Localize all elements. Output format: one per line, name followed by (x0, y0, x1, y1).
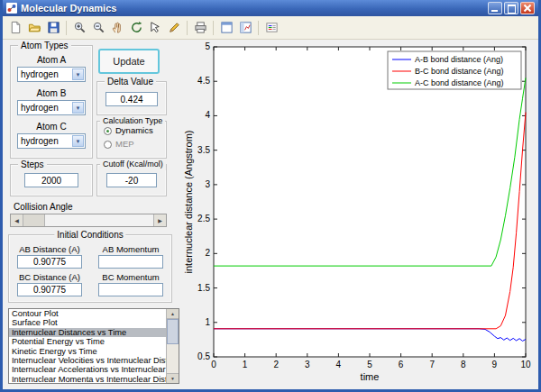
zoom-in-button[interactable] (70, 19, 88, 37)
plot-browser-button[interactable] (236, 19, 254, 37)
radio-dynamics-label: Dynamics (115, 126, 153, 135)
bc-distance-label: BC Distance (A) (9, 272, 90, 282)
ab-distance-input[interactable] (17, 255, 82, 269)
pan-hand-icon (111, 21, 124, 34)
y-tick-label: 2 (205, 248, 210, 258)
atom-b-select[interactable]: hydrogen ▼ (17, 100, 86, 115)
y-tick-label: 3.5 (197, 145, 210, 155)
atom-a-field: Atom A hydrogen ▼ (11, 55, 92, 82)
legend-label: A-C bond distance (Ang) (415, 78, 504, 87)
delta-value-input[interactable] (105, 92, 158, 106)
ab-momentum-field: AB Momentum (90, 244, 171, 269)
scroll-up-icon[interactable]: ▲ (167, 309, 179, 319)
new-document-icon (9, 21, 23, 34)
ab-momentum-label: AB Momentum (90, 244, 171, 254)
close-button[interactable] (520, 2, 535, 14)
slider-thumb[interactable] (23, 214, 45, 226)
list-item-kinetic-energy[interactable]: Kinetic Energy vs Time (9, 347, 166, 356)
maximize-button[interactable] (504, 2, 518, 14)
bc-distance-field: BC Distance (A) (9, 272, 90, 296)
chevron-down-icon[interactable]: ▼ (72, 135, 84, 147)
radio-dynamics[interactable]: Dynamics (104, 126, 166, 135)
scroll-down-icon[interactable]: ▼ (167, 373, 179, 383)
cutoff-input[interactable] (106, 173, 157, 187)
atom-a-select[interactable]: hydrogen ▼ (17, 67, 86, 82)
chevron-down-icon[interactable]: ▼ (72, 102, 84, 114)
print-icon (194, 21, 207, 34)
list-item-internuclear-distances[interactable]: Internuclear Distances vs Time (9, 328, 166, 337)
ab-momentum-input[interactable] (98, 255, 163, 269)
titlebar[interactable]: Molecular Dynamics (3, 0, 538, 16)
slider-left-arrow-icon[interactable]: ◀ (11, 214, 23, 226)
app-icon (6, 3, 17, 14)
x-tick-label: 8 (461, 360, 466, 369)
bc-distance-input[interactable] (17, 283, 82, 296)
open-folder-icon (28, 21, 41, 34)
new-document-button[interactable] (6, 19, 24, 37)
atom-types-group: Atom Types Atom A hydrogen ▼ Atom B hydr… (10, 45, 93, 159)
x-tick-label: 0 (211, 360, 216, 369)
atom-c-select[interactable]: hydrogen ▼ (17, 133, 86, 149)
steps-group: Steps (10, 164, 93, 196)
list-item-internuclear-accelerations[interactable]: Internuclear Accelerations vs Internucle… (9, 365, 166, 374)
legend-label: A-B bond distance (Ang) (415, 55, 503, 64)
collision-angle-slider[interactable]: ◀ ▶ (10, 214, 167, 227)
initial-conditions-grid: AB Distance (A) AB Momentum BC Distance … (9, 235, 171, 296)
listbox-scrollbar[interactable]: ▲ ▼ (166, 309, 179, 383)
zoom-out-icon (92, 21, 105, 34)
slider-right-arrow-icon[interactable]: ▶ (153, 214, 166, 226)
x-tick-label: 7 (429, 360, 435, 369)
axes-box (214, 47, 526, 357)
pan-button[interactable] (108, 19, 126, 37)
radio-dynamics-circle[interactable] (104, 127, 112, 135)
y-tick-label: 1.5 (197, 283, 210, 293)
delta-value-title: Delta Value (105, 76, 156, 87)
brush-button[interactable] (165, 19, 183, 37)
list-item-internuclear-velocities[interactable]: Internuclear Velocities vs Internuclear … (9, 356, 166, 365)
cutoff-group: Cutoff (Kcal/mol) (96, 164, 167, 196)
chevron-down-icon[interactable]: ▼ (72, 68, 84, 80)
list-item-surface-plot[interactable]: Surface Plot (9, 318, 166, 327)
atom-b-field: Atom B hydrogen ▼ (11, 88, 92, 115)
x-tick-label: 9 (492, 360, 498, 369)
y-tick-label: 3 (205, 179, 210, 189)
plot-type-listbox[interactable]: Contour Plot Surface Plot Internuclear D… (8, 308, 179, 384)
y-tick-label: 1 (205, 317, 210, 327)
toolbar-separator (258, 21, 259, 35)
y-tick-label: 5 (205, 41, 210, 51)
list-item-potential-energy[interactable]: Potential Energy vs Time (9, 337, 166, 346)
x-tick-label: 2 (273, 360, 279, 369)
chart[interactable]: 0123456789100.511.522.533.544.55timeinte… (183, 40, 538, 389)
content: Atom Types Atom A hydrogen ▼ Atom B hydr… (3, 40, 538, 389)
steps-input[interactable] (24, 173, 78, 187)
data-cursor-icon (149, 21, 162, 34)
x-tick-label: 3 (305, 360, 310, 369)
open-folder-button[interactable] (25, 19, 43, 37)
dock-figure-button[interactable] (217, 19, 235, 37)
brush-icon (168, 21, 181, 34)
update-button[interactable]: Update (98, 49, 160, 74)
atom-a-value: hydrogen (21, 69, 59, 79)
legend-label: B-C bond distance (Ang) (415, 67, 504, 76)
list-item-contour-plot[interactable]: Contour Plot (9, 309, 166, 318)
minimize-button[interactable] (488, 2, 502, 14)
bc-momentum-label: BC Momentum (90, 272, 171, 282)
zoom-out-button[interactable] (89, 19, 107, 37)
x-tick-label: 1 (243, 360, 248, 369)
dock-figure-icon (220, 21, 234, 34)
data-cursor-button[interactable] (146, 19, 164, 37)
list-item-internuclear-momenta[interactable]: Internuclear Momenta vs Internuclear Dis… (9, 375, 166, 383)
ab-distance-label: AB Distance (A) (9, 244, 90, 254)
insert-legend-icon (265, 21, 279, 34)
x-tick-label: 6 (399, 360, 404, 369)
initial-conditions-group: Initial Conditions AB Distance (A) AB Mo… (8, 234, 172, 303)
scroll-thumb[interactable] (167, 319, 179, 344)
insert-legend-button[interactable] (262, 19, 280, 37)
save-button[interactable] (44, 19, 62, 37)
print-button[interactable] (191, 19, 209, 37)
radio-mep[interactable]: MEP (104, 140, 166, 149)
calculation-type-group: Calculation Type Dynamics MEP (96, 121, 167, 159)
bc-momentum-input[interactable] (98, 283, 163, 296)
rotate-3d-button[interactable] (127, 19, 145, 37)
radio-mep-circle[interactable] (104, 141, 112, 149)
